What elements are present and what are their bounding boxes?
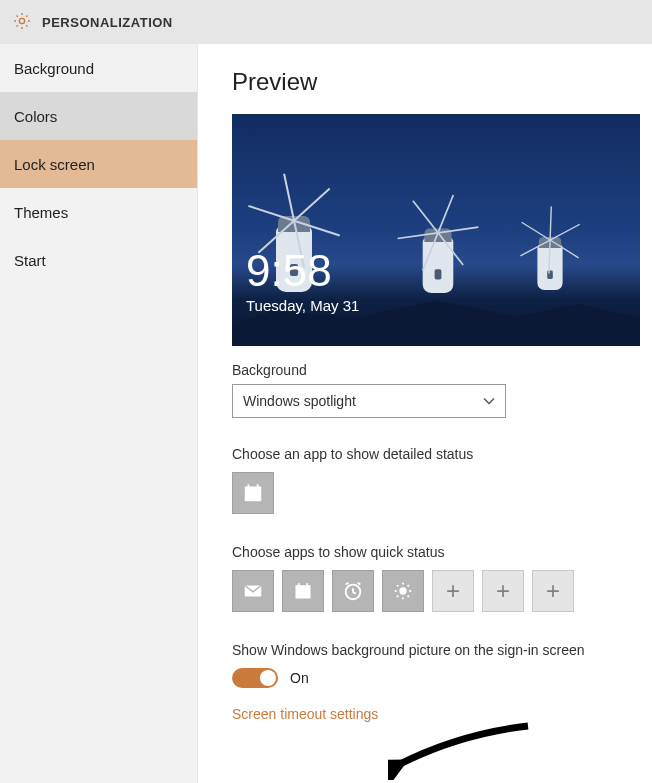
quick-app-slot-add[interactable]: +: [432, 570, 474, 612]
gear-icon: [12, 11, 32, 34]
quick-app-slot-add[interactable]: +: [482, 570, 524, 612]
svg-rect-6: [296, 585, 311, 598]
clock-time: 9:58: [246, 249, 359, 293]
sidebar-item-label: Background: [14, 60, 94, 77]
chevron-down-icon: [483, 395, 495, 407]
svg-rect-8: [306, 583, 308, 586]
signin-bg-label: Show Windows background picture on the s…: [232, 642, 628, 658]
quick-app-slot-add[interactable]: +: [532, 570, 574, 612]
sidebar-item-label: Themes: [14, 204, 68, 221]
screen-timeout-link[interactable]: Screen timeout settings: [232, 706, 378, 722]
svg-point-0: [19, 18, 24, 23]
background-label: Background: [232, 362, 628, 378]
quick-app-slot-calendar[interactable]: [282, 570, 324, 612]
svg-rect-4: [257, 484, 259, 488]
dropdown-value: Windows spotlight: [243, 393, 356, 409]
sidebar-item-label: Start: [14, 252, 46, 269]
alarm-icon: [342, 580, 364, 602]
add-icon: +: [446, 577, 460, 605]
signin-bg-toggle[interactable]: [232, 668, 278, 688]
calendar-icon: [293, 581, 313, 601]
quick-app-slot-alarm[interactable]: [332, 570, 374, 612]
sidebar-item-start[interactable]: Start: [0, 236, 197, 284]
sidebar-item-themes[interactable]: Themes: [0, 188, 197, 236]
add-icon: +: [496, 577, 510, 605]
detailed-app-slot[interactable]: [232, 472, 274, 514]
main-panel: Preview 9:58 Tuesday, May 31 Background …: [198, 44, 652, 783]
detailed-status-label: Choose an app to show detailed status: [232, 446, 628, 462]
svg-rect-2: [245, 487, 262, 492]
add-icon: +: [546, 577, 560, 605]
quick-app-slot-mail[interactable]: [232, 570, 274, 612]
sidebar-item-background[interactable]: Background: [0, 44, 197, 92]
toggle-state: On: [290, 670, 309, 686]
sidebar-item-colors[interactable]: Colors: [0, 92, 197, 140]
preview-clock: 9:58 Tuesday, May 31: [246, 249, 359, 314]
sidebar-item-lockscreen[interactable]: Lock screen: [0, 140, 197, 188]
svg-rect-3: [248, 484, 250, 488]
quick-status-label: Choose apps to show quick status: [232, 544, 628, 560]
svg-rect-7: [298, 583, 300, 586]
quick-app-slot-weather[interactable]: [382, 570, 424, 612]
svg-point-10: [399, 587, 406, 594]
lockscreen-preview: 9:58 Tuesday, May 31: [232, 114, 640, 346]
sidebar-item-label: Lock screen: [14, 156, 95, 173]
sidebar-item-label: Colors: [14, 108, 57, 125]
app-header: PERSONALIZATION: [0, 0, 652, 44]
weather-icon: [392, 580, 414, 602]
calendar-icon: [242, 482, 264, 504]
sidebar: Background Colors Lock screen Themes Sta…: [0, 44, 198, 783]
mail-icon: [242, 580, 264, 602]
background-dropdown[interactable]: Windows spotlight: [232, 384, 506, 418]
clock-date: Tuesday, May 31: [246, 297, 359, 314]
page-category: PERSONALIZATION: [42, 15, 173, 30]
page-title: Preview: [232, 68, 628, 96]
